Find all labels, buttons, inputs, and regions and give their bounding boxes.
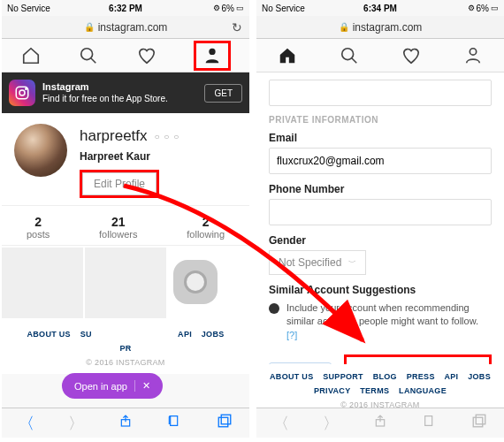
username: harpreetfx [80,127,148,145]
phone-label: Phone Number [269,183,492,195]
footer-link[interactable]: PRIVACY [314,386,350,395]
footer-link[interactable]: PR [119,344,131,353]
suggestions-option[interactable]: Include your account when recommending s… [269,301,492,342]
battery-text: 6% [222,4,234,13]
profile-icon[interactable] [202,45,223,66]
tabs-icon[interactable] [216,413,233,433]
footer-link[interactable]: LANGUAGE [399,386,447,395]
svg-point-1 [210,48,216,54]
display-name: Harpreet Kaur [80,150,179,163]
assistive-touch-icon[interactable] [173,260,218,304]
footer-link[interactable]: ABOUT US [270,372,313,381]
profile-icon[interactable] [462,45,484,66]
svg-rect-12 [476,415,485,424]
pill-label: Open in app [74,381,127,392]
stat-following[interactable]: 2following [187,215,225,240]
heart-icon[interactable] [136,45,157,66]
open-in-app-pill[interactable]: Open in app ✕ [62,373,163,399]
footer-link[interactable]: API [445,372,459,381]
edit-profile-highlight: Edit Profile [80,170,159,198]
profile-tab-highlight [194,41,231,71]
forward-icon[interactable]: 〉 [67,413,85,434]
back-icon[interactable]: 〈 [272,413,290,434]
svg-rect-6 [218,417,228,427]
url-bar[interactable]: 🔒 instagram.com [256,16,504,39]
settings-form: PRIVATE INFORMATION Email Phone Number G… [256,72,504,364]
share-icon[interactable] [117,413,134,433]
carrier-text: No Service [262,4,305,13]
section-label-private: PRIVATE INFORMATION [269,115,492,125]
footer-link[interactable]: TERMS [360,386,389,395]
chevron-down-icon: ﹀ [348,257,356,269]
promo-text: Instagram Find it for free on the App St… [42,81,197,103]
close-icon[interactable]: ✕ [134,380,150,392]
gender-label: Gender [269,234,492,247]
instagram-tabbar [256,39,504,72]
more-options-icon[interactable]: ○ ○ ○ [155,132,180,141]
phone-left: No Service 6:32 PM ⚙ 6% ▭ 🔒 instagram.co… [2,0,249,438]
svg-point-9 [470,48,476,54]
footer-link[interactable]: SUPPORT [323,372,363,381]
status-bar: No Service 6:32 PM ⚙ 6% ▭ [2,0,249,16]
footer-link[interactable]: SU [80,330,92,339]
phone-right: No Service 6:34 PM ⚙ 6% ▭ 🔒 instagram.co… [256,0,504,438]
bookmarks-icon[interactable] [421,413,439,433]
lock-icon: 🔒 [84,22,95,32]
edit-profile-button[interactable]: Edit Profile [82,172,157,195]
url-text: instagram.com [98,21,168,34]
heart-icon[interactable] [401,45,422,66]
url-bar[interactable]: 🔒 instagram.com ↻ [2,16,249,39]
back-icon[interactable]: 〈 [18,413,35,434]
search-icon[interactable] [78,45,99,66]
stat-followers[interactable]: 21followers [99,215,137,240]
footer-link[interactable]: ABOUT US [27,330,70,339]
footer-link[interactable]: JOBS [202,330,225,339]
gender-select[interactable]: Not Specified ﹀ [269,250,366,275]
carrier-text: No Service [7,4,50,13]
home-icon[interactable] [277,45,298,66]
email-field[interactable] [269,148,492,174]
radio-selected-icon [269,303,279,314]
svg-rect-11 [473,417,483,427]
instagram-logo-icon [9,80,35,106]
footer-link[interactable]: API [178,330,192,339]
copyright: © 2016 INSTAGRAM [9,355,242,370]
home-icon[interactable] [20,45,42,66]
status-right: ⚙ 6% ▭ [468,4,499,13]
phone-field[interactable] [269,199,492,225]
promo-subtitle: Find it for free on the App Store. [42,94,197,104]
svg-point-3 [19,90,25,95]
footer-link[interactable]: JOBS [468,372,491,381]
svg-point-8 [342,48,354,59]
stat-posts[interactable]: 2posts [27,215,50,240]
text-input-blank[interactable] [269,80,492,106]
post-grid [2,246,249,318]
bookmarks-icon[interactable] [166,413,184,433]
post-thumbnail[interactable] [2,248,83,318]
svg-rect-7 [221,415,231,424]
svg-point-4 [26,88,27,90]
post-thumbnail[interactable] [85,248,166,318]
footer-links: ABOUT US SU XXXXXXXXXXXX API JOBS PR © 2… [2,318,249,374]
footer-link[interactable]: PRESS [407,372,435,381]
svg-point-0 [81,48,93,59]
disable-link-highlight: Temporarily disable my account [344,354,492,364]
status-bar: No Service 6:34 PM ⚙ 6% ▭ [256,0,504,16]
get-button[interactable]: GET [204,84,242,103]
profile-header: harpreetfx ○ ○ ○ Harpreet Kaur Edit Prof… [2,113,249,205]
footer-link[interactable]: BLOG [373,372,397,381]
refresh-icon[interactable]: ↻ [232,20,242,34]
gender-value: Not Specified [279,256,341,269]
search-icon[interactable] [339,45,360,66]
suggestions-text: Include your account when recommending s… [286,302,478,326]
safari-toolbar: 〈 〉 [256,408,504,438]
avatar[interactable] [14,124,67,177]
help-link[interactable]: [?] [286,330,297,340]
email-label: Email [269,132,492,144]
forward-icon[interactable]: 〉 [322,413,340,434]
tabs-icon[interactable] [470,413,488,433]
app-promo-banner: Instagram Find it for free on the App St… [2,72,249,113]
share-icon[interactable] [371,413,389,433]
status-right: ⚙ 6% ▭ [213,4,244,13]
safari-toolbar: 〈 〉 [2,408,249,438]
